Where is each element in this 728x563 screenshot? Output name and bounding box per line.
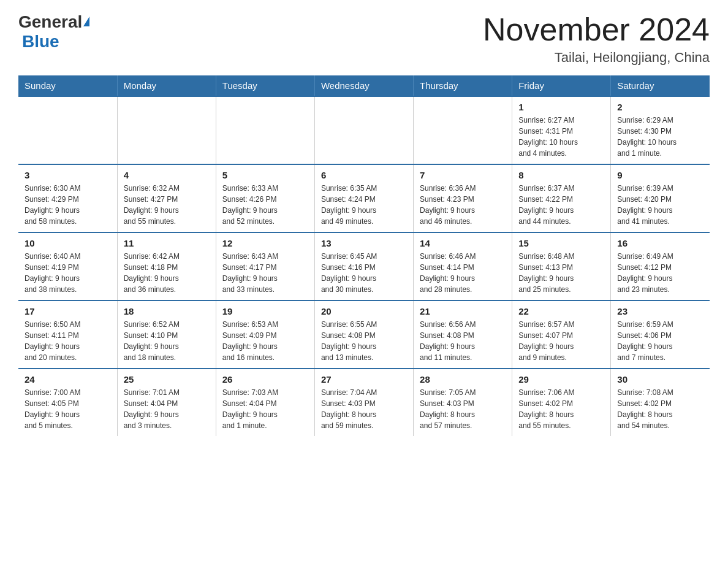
calendar-cell: 28Sunrise: 7:05 AMSunset: 4:03 PMDayligh… — [414, 369, 512, 436]
calendar-cell: 6Sunrise: 6:35 AMSunset: 4:24 PMDaylight… — [314, 164, 413, 232]
day-info: Sunrise: 7:03 AMSunset: 4:04 PMDaylight:… — [222, 387, 308, 431]
day-number: 18 — [124, 306, 210, 316]
calendar-cell: 10Sunrise: 6:40 AMSunset: 4:19 PMDayligh… — [18, 232, 117, 301]
weekday-header-saturday: Saturday — [611, 75, 710, 96]
weekday-header-monday: Monday — [117, 75, 216, 96]
day-info: Sunrise: 7:04 AMSunset: 4:03 PMDaylight:… — [321, 387, 407, 431]
day-info: Sunrise: 6:56 AMSunset: 4:08 PMDaylight:… — [420, 319, 506, 363]
day-number: 8 — [518, 170, 604, 180]
day-number: 23 — [617, 306, 703, 316]
calendar-cell: 7Sunrise: 6:36 AMSunset: 4:23 PMDaylight… — [414, 164, 512, 232]
calendar-cell — [216, 96, 314, 164]
day-info: Sunrise: 6:32 AMSunset: 4:27 PMDaylight:… — [124, 183, 210, 227]
day-info: Sunrise: 7:01 AMSunset: 4:04 PMDaylight:… — [124, 387, 210, 431]
calendar-cell: 1Sunrise: 6:27 AMSunset: 4:31 PMDaylight… — [512, 96, 611, 164]
day-info: Sunrise: 6:46 AMSunset: 4:14 PMDaylight:… — [420, 251, 506, 295]
calendar-cell — [414, 96, 512, 164]
month-year-title: November 2024 — [483, 12, 710, 47]
day-number: 29 — [518, 374, 604, 385]
logo-blue-text: Blue — [22, 32, 59, 51]
day-number: 21 — [420, 306, 506, 316]
day-number: 11 — [124, 238, 210, 248]
day-info: Sunrise: 6:48 AMSunset: 4:13 PMDaylight:… — [518, 251, 604, 295]
calendar-cell: 13Sunrise: 6:45 AMSunset: 4:16 PMDayligh… — [314, 232, 413, 301]
calendar-cell: 17Sunrise: 6:50 AMSunset: 4:11 PMDayligh… — [18, 301, 117, 369]
calendar-cell: 14Sunrise: 6:46 AMSunset: 4:14 PMDayligh… — [414, 232, 512, 301]
calendar-cell: 16Sunrise: 6:49 AMSunset: 4:12 PMDayligh… — [611, 232, 710, 301]
calendar-cell: 9Sunrise: 6:39 AMSunset: 4:20 PMDaylight… — [611, 164, 710, 232]
weekday-header-tuesday: Tuesday — [216, 75, 314, 96]
day-info: Sunrise: 6:53 AMSunset: 4:09 PMDaylight:… — [222, 319, 308, 363]
day-info: Sunrise: 7:05 AMSunset: 4:03 PMDaylight:… — [420, 387, 506, 431]
calendar-cell: 20Sunrise: 6:55 AMSunset: 4:08 PMDayligh… — [314, 301, 413, 369]
day-number: 4 — [124, 170, 210, 180]
day-number: 9 — [617, 170, 703, 180]
day-info: Sunrise: 6:50 AMSunset: 4:11 PMDaylight:… — [25, 319, 111, 363]
calendar-cell: 21Sunrise: 6:56 AMSunset: 4:08 PMDayligh… — [414, 301, 512, 369]
day-info: Sunrise: 7:06 AMSunset: 4:02 PMDaylight:… — [518, 387, 604, 431]
day-number: 26 — [222, 374, 308, 385]
weekday-header-row: SundayMondayTuesdayWednesdayThursdayFrid… — [18, 75, 710, 96]
day-number: 7 — [420, 170, 506, 180]
calendar-cell: 23Sunrise: 6:59 AMSunset: 4:06 PMDayligh… — [611, 301, 710, 369]
calendar-cell: 24Sunrise: 7:00 AMSunset: 4:05 PMDayligh… — [18, 369, 117, 436]
calendar-cell: 30Sunrise: 7:08 AMSunset: 4:02 PMDayligh… — [611, 369, 710, 436]
day-info: Sunrise: 6:42 AMSunset: 4:18 PMDaylight:… — [124, 251, 210, 295]
day-number: 20 — [321, 306, 407, 316]
day-number: 24 — [25, 374, 111, 385]
calendar-cell: 18Sunrise: 6:52 AMSunset: 4:10 PMDayligh… — [117, 301, 216, 369]
calendar-cell: 27Sunrise: 7:04 AMSunset: 4:03 PMDayligh… — [314, 369, 413, 436]
calendar-week-row: 24Sunrise: 7:00 AMSunset: 4:05 PMDayligh… — [18, 369, 710, 436]
day-number: 15 — [518, 238, 604, 248]
day-number: 27 — [321, 374, 407, 385]
day-number: 10 — [25, 238, 111, 248]
calendar-cell: 3Sunrise: 6:30 AMSunset: 4:29 PMDaylight… — [18, 164, 117, 232]
calendar-week-row: 3Sunrise: 6:30 AMSunset: 4:29 PMDaylight… — [18, 164, 710, 232]
day-number: 25 — [124, 374, 210, 385]
day-info: Sunrise: 6:37 AMSunset: 4:22 PMDaylight:… — [518, 183, 604, 227]
day-number: 16 — [617, 238, 703, 248]
day-number: 1 — [518, 102, 604, 112]
day-info: Sunrise: 6:36 AMSunset: 4:23 PMDaylight:… — [420, 183, 506, 227]
page-header: General Blue November 2024 Tailai, Heilo… — [18, 12, 710, 66]
calendar-cell: 5Sunrise: 6:33 AMSunset: 4:26 PMDaylight… — [216, 164, 314, 232]
calendar-cell — [314, 96, 413, 164]
title-block: November 2024 Tailai, Heilongjiang, Chin… — [483, 12, 710, 66]
day-number: 28 — [420, 374, 506, 385]
day-info: Sunrise: 6:30 AMSunset: 4:29 PMDaylight:… — [25, 183, 111, 227]
calendar-cell: 26Sunrise: 7:03 AMSunset: 4:04 PMDayligh… — [216, 369, 314, 436]
weekday-header-wednesday: Wednesday — [314, 75, 413, 96]
calendar-table: SundayMondayTuesdayWednesdayThursdayFrid… — [18, 75, 710, 436]
calendar-cell: 19Sunrise: 6:53 AMSunset: 4:09 PMDayligh… — [216, 301, 314, 369]
day-info: Sunrise: 6:57 AMSunset: 4:07 PMDaylight:… — [518, 319, 604, 363]
calendar-cell — [117, 96, 216, 164]
day-info: Sunrise: 6:52 AMSunset: 4:10 PMDaylight:… — [124, 319, 210, 363]
day-number: 19 — [222, 306, 308, 316]
logo-triangle-icon — [83, 17, 89, 26]
calendar-cell: 8Sunrise: 6:37 AMSunset: 4:22 PMDaylight… — [512, 164, 611, 232]
location-subtitle: Tailai, Heilongjiang, China — [483, 50, 710, 66]
day-info: Sunrise: 7:00 AMSunset: 4:05 PMDaylight:… — [25, 387, 111, 431]
day-info: Sunrise: 6:55 AMSunset: 4:08 PMDaylight:… — [321, 319, 407, 363]
calendar-cell: 11Sunrise: 6:42 AMSunset: 4:18 PMDayligh… — [117, 232, 216, 301]
day-number: 13 — [321, 238, 407, 248]
calendar-cell: 29Sunrise: 7:06 AMSunset: 4:02 PMDayligh… — [512, 369, 611, 436]
day-info: Sunrise: 6:29 AMSunset: 4:30 PMDaylight:… — [617, 115, 703, 159]
day-info: Sunrise: 6:43 AMSunset: 4:17 PMDaylight:… — [222, 251, 308, 295]
weekday-header-thursday: Thursday — [414, 75, 512, 96]
calendar-cell: 25Sunrise: 7:01 AMSunset: 4:04 PMDayligh… — [117, 369, 216, 436]
day-info: Sunrise: 6:27 AMSunset: 4:31 PMDaylight:… — [518, 115, 604, 159]
day-info: Sunrise: 6:39 AMSunset: 4:20 PMDaylight:… — [617, 183, 703, 227]
weekday-header-friday: Friday — [512, 75, 611, 96]
day-number: 22 — [518, 306, 604, 316]
calendar-cell: 22Sunrise: 6:57 AMSunset: 4:07 PMDayligh… — [512, 301, 611, 369]
day-number: 17 — [25, 306, 111, 316]
logo: General Blue — [18, 12, 89, 52]
calendar-cell: 4Sunrise: 6:32 AMSunset: 4:27 PMDaylight… — [117, 164, 216, 232]
calendar-week-row: 17Sunrise: 6:50 AMSunset: 4:11 PMDayligh… — [18, 301, 710, 369]
day-info: Sunrise: 6:45 AMSunset: 4:16 PMDaylight:… — [321, 251, 407, 295]
day-info: Sunrise: 6:40 AMSunset: 4:19 PMDaylight:… — [25, 251, 111, 295]
day-info: Sunrise: 6:35 AMSunset: 4:24 PMDaylight:… — [321, 183, 407, 227]
day-number: 2 — [617, 102, 703, 112]
calendar-week-row: 10Sunrise: 6:40 AMSunset: 4:19 PMDayligh… — [18, 232, 710, 301]
